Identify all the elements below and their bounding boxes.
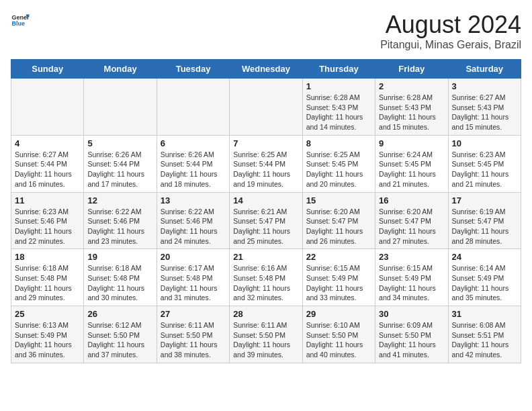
day-number: 18: [15, 252, 80, 262]
day-number: 31: [452, 309, 517, 319]
header: General Blue August 2024 Pitangui, Minas…: [11, 11, 521, 51]
calendar-cell: 24Sunrise: 6:14 AM Sunset: 5:49 PM Dayli…: [448, 249, 521, 306]
day-number: 4: [15, 138, 80, 148]
day-info: Sunrise: 6:08 AM Sunset: 5:51 PM Dayligh…: [452, 320, 517, 360]
calendar-cell: 25Sunrise: 6:13 AM Sunset: 5:49 PM Dayli…: [11, 306, 84, 363]
day-info: Sunrise: 6:20 AM Sunset: 5:47 PM Dayligh…: [379, 207, 444, 246]
calendar-cell: 18Sunrise: 6:18 AM Sunset: 5:48 PM Dayli…: [11, 249, 84, 306]
day-info: Sunrise: 6:25 AM Sunset: 5:45 PM Dayligh…: [306, 150, 371, 189]
day-info: Sunrise: 6:22 AM Sunset: 5:46 PM Dayligh…: [161, 207, 226, 246]
day-number: 30: [379, 309, 444, 319]
logo: General Blue: [11, 11, 30, 30]
day-info: Sunrise: 6:23 AM Sunset: 5:45 PM Dayligh…: [452, 150, 517, 189]
day-number: 29: [306, 309, 371, 319]
calendar-cell: 2Sunrise: 6:28 AM Sunset: 5:43 PM Daylig…: [375, 79, 448, 136]
day-number: 15: [306, 195, 371, 205]
day-number: 1: [306, 81, 371, 91]
calendar-cell: 15Sunrise: 6:20 AM Sunset: 5:47 PM Dayli…: [302, 192, 375, 249]
day-info: Sunrise: 6:20 AM Sunset: 5:47 PM Dayligh…: [306, 207, 371, 246]
day-number: 23: [379, 252, 444, 262]
day-info: Sunrise: 6:10 AM Sunset: 5:50 PM Dayligh…: [306, 320, 371, 360]
calendar-cell: [157, 79, 229, 136]
calendar-cell: 23Sunrise: 6:15 AM Sunset: 5:49 PM Dayli…: [375, 249, 448, 306]
calendar-cell: 20Sunrise: 6:17 AM Sunset: 5:48 PM Dayli…: [157, 249, 229, 306]
calendar-cell: 28Sunrise: 6:11 AM Sunset: 5:50 PM Dayli…: [230, 306, 302, 363]
day-number: 7: [233, 138, 298, 148]
calendar-cell: 21Sunrise: 6:16 AM Sunset: 5:48 PM Dayli…: [230, 249, 302, 306]
calendar-cell: 22Sunrise: 6:15 AM Sunset: 5:49 PM Dayli…: [302, 249, 375, 306]
day-number: 21: [233, 252, 298, 262]
day-info: Sunrise: 6:17 AM Sunset: 5:48 PM Dayligh…: [161, 263, 226, 303]
calendar-cell: 13Sunrise: 6:22 AM Sunset: 5:46 PM Dayli…: [157, 192, 229, 249]
day-number: 3: [452, 81, 517, 91]
calendar-cell: 9Sunrise: 6:24 AM Sunset: 5:45 PM Daylig…: [375, 135, 448, 192]
day-number: 9: [379, 138, 444, 148]
day-of-week-header: Monday: [84, 60, 157, 79]
calendar-cell: 14Sunrise: 6:21 AM Sunset: 5:47 PM Dayli…: [230, 192, 302, 249]
day-info: Sunrise: 6:26 AM Sunset: 5:44 PM Dayligh…: [161, 150, 226, 189]
day-info: Sunrise: 6:27 AM Sunset: 5:43 PM Dayligh…: [452, 93, 517, 132]
calendar-cell: 8Sunrise: 6:25 AM Sunset: 5:45 PM Daylig…: [302, 135, 375, 192]
day-info: Sunrise: 6:11 AM Sunset: 5:50 PM Dayligh…: [161, 320, 226, 360]
day-number: 8: [306, 138, 371, 148]
day-info: Sunrise: 6:15 AM Sunset: 5:49 PM Dayligh…: [306, 263, 371, 303]
svg-text:Blue: Blue: [11, 20, 25, 27]
day-info: Sunrise: 6:15 AM Sunset: 5:49 PM Dayligh…: [379, 263, 444, 303]
calendar-cell: 16Sunrise: 6:20 AM Sunset: 5:47 PM Dayli…: [375, 192, 448, 249]
day-number: 17: [452, 195, 517, 205]
calendar-cell: 3Sunrise: 6:27 AM Sunset: 5:43 PM Daylig…: [448, 79, 521, 136]
calendar-cell: [84, 79, 157, 136]
day-number: 26: [87, 309, 152, 319]
logo-icon: General Blue: [11, 11, 30, 30]
day-number: 11: [15, 195, 80, 205]
day-number: 5: [87, 138, 152, 148]
day-number: 28: [233, 309, 298, 319]
day-info: Sunrise: 6:09 AM Sunset: 5:50 PM Dayligh…: [379, 320, 444, 360]
calendar-cell: 11Sunrise: 6:23 AM Sunset: 5:46 PM Dayli…: [11, 192, 84, 249]
day-info: Sunrise: 6:23 AM Sunset: 5:46 PM Dayligh…: [15, 207, 80, 246]
day-number: 16: [379, 195, 444, 205]
day-info: Sunrise: 6:28 AM Sunset: 5:43 PM Dayligh…: [306, 93, 371, 132]
day-info: Sunrise: 6:14 AM Sunset: 5:49 PM Dayligh…: [452, 263, 517, 303]
day-number: 2: [379, 81, 444, 91]
day-number: 12: [87, 195, 152, 205]
subtitle: Pitangui, Minas Gerais, Brazil: [380, 39, 521, 51]
title-area: August 2024 Pitangui, Minas Gerais, Braz…: [380, 11, 521, 51]
day-number: 25: [15, 309, 80, 319]
day-info: Sunrise: 6:18 AM Sunset: 5:48 PM Dayligh…: [87, 263, 152, 303]
day-info: Sunrise: 6:26 AM Sunset: 5:44 PM Dayligh…: [87, 150, 152, 189]
day-info: Sunrise: 6:27 AM Sunset: 5:44 PM Dayligh…: [15, 150, 80, 189]
calendar-cell: 12Sunrise: 6:22 AM Sunset: 5:46 PM Dayli…: [84, 192, 157, 249]
day-number: 24: [452, 252, 517, 262]
calendar-cell: 26Sunrise: 6:12 AM Sunset: 5:50 PM Dayli…: [84, 306, 157, 363]
day-info: Sunrise: 6:13 AM Sunset: 5:49 PM Dayligh…: [15, 320, 80, 360]
calendar-cell: 7Sunrise: 6:25 AM Sunset: 5:44 PM Daylig…: [230, 135, 302, 192]
day-info: Sunrise: 6:22 AM Sunset: 5:46 PM Dayligh…: [87, 207, 152, 246]
day-info: Sunrise: 6:11 AM Sunset: 5:50 PM Dayligh…: [233, 320, 298, 360]
calendar-cell: 6Sunrise: 6:26 AM Sunset: 5:44 PM Daylig…: [157, 135, 229, 192]
day-of-week-header: Saturday: [448, 60, 521, 79]
calendar-cell: 31Sunrise: 6:08 AM Sunset: 5:51 PM Dayli…: [448, 306, 521, 363]
day-number: 14: [233, 195, 298, 205]
day-of-week-header: Wednesday: [230, 60, 302, 79]
calendar-cell: 10Sunrise: 6:23 AM Sunset: 5:45 PM Dayli…: [448, 135, 521, 192]
calendar-cell: 29Sunrise: 6:10 AM Sunset: 5:50 PM Dayli…: [302, 306, 375, 363]
calendar-cell: [11, 79, 84, 136]
day-number: 22: [306, 252, 371, 262]
day-of-week-header: Friday: [375, 60, 448, 79]
day-number: 10: [452, 138, 517, 148]
day-info: Sunrise: 6:28 AM Sunset: 5:43 PM Dayligh…: [379, 93, 444, 132]
day-number: 27: [161, 309, 226, 319]
day-number: 6: [161, 138, 226, 148]
calendar-cell: 27Sunrise: 6:11 AM Sunset: 5:50 PM Dayli…: [157, 306, 229, 363]
day-info: Sunrise: 6:16 AM Sunset: 5:48 PM Dayligh…: [233, 263, 298, 303]
calendar-cell: 17Sunrise: 6:19 AM Sunset: 5:47 PM Dayli…: [448, 192, 521, 249]
day-info: Sunrise: 6:19 AM Sunset: 5:47 PM Dayligh…: [452, 207, 517, 246]
calendar-cell: 30Sunrise: 6:09 AM Sunset: 5:50 PM Dayli…: [375, 306, 448, 363]
day-number: 20: [161, 252, 226, 262]
day-number: 19: [87, 252, 152, 262]
day-info: Sunrise: 6:24 AM Sunset: 5:45 PM Dayligh…: [379, 150, 444, 189]
calendar-table: SundayMondayTuesdayWednesdayThursdayFrid…: [11, 59, 521, 363]
day-of-week-header: Thursday: [302, 60, 375, 79]
day-of-week-header: Sunday: [11, 60, 84, 79]
